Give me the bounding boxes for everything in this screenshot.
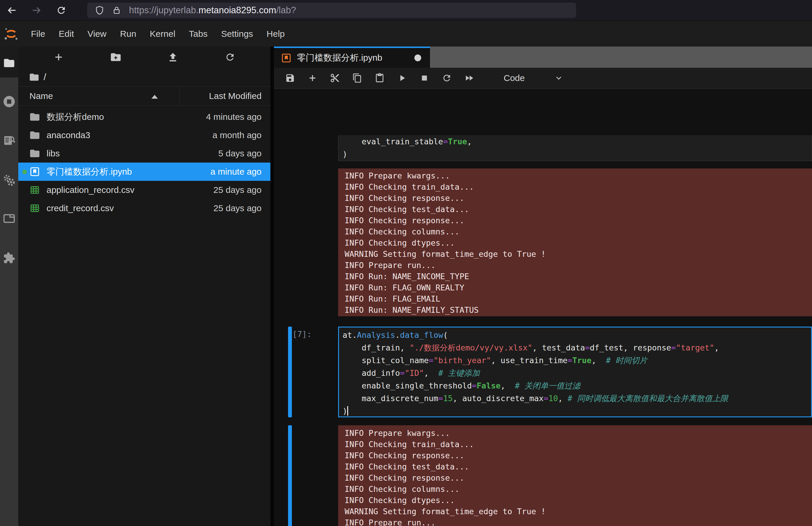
folder-file-icon (29, 130, 41, 141)
cell-type-dropdown[interactable]: Code (504, 73, 563, 83)
output-area-2: INFO Prepare kwargs...INFO Checking trai… (338, 425, 812, 526)
code-line: split_col_name="birth_year", use_train_t… (343, 354, 811, 367)
menu-tabs[interactable]: Tabs (182, 21, 214, 46)
file-row[interactable]: application_record.csv25 days ago (18, 181, 270, 199)
code-line: max_discrete_num=15, auto_discrete_max=1… (343, 392, 811, 405)
output-line: INFO Prepare run... (345, 260, 812, 271)
jupyter-logo-icon (3, 26, 19, 42)
csv-file-icon (29, 203, 41, 214)
output-line: INFO Checking columns... (345, 226, 812, 237)
menu-view[interactable]: View (81, 21, 113, 46)
file-row[interactable]: anaconda3a month ago (18, 126, 270, 144)
menu-items: FileEditViewRunKernelTabsSettingsHelp (24, 21, 292, 46)
code-cell-editor[interactable]: at.Analysis.data_flow( df_train, "./数据分析… (338, 326, 812, 417)
new-launcher-icon[interactable] (50, 48, 68, 66)
output-line: INFO Run: FLAG_OWN_REALTY (345, 282, 812, 293)
run-icon[interactable] (397, 73, 407, 83)
code-line: ) (343, 148, 812, 161)
run-all-icon[interactable] (464, 73, 474, 83)
output-line: INFO Checking response... (345, 215, 812, 226)
column-header-modified[interactable]: Last Modified (209, 91, 262, 101)
output-line: INFO Prepare kwargs... (345, 428, 812, 439)
output-line: INFO Prepare kwargs... (345, 170, 812, 181)
notebook-panel: 零门槛数据分析.ipynb Code (274, 46, 812, 526)
window-icon[interactable] (3, 212, 16, 225)
forward-icon[interactable] (30, 4, 43, 17)
output-line: INFO Run: FLAG_EMAIL (345, 293, 812, 305)
csv-file-icon (29, 185, 41, 195)
menu-settings[interactable]: Settings (214, 21, 260, 46)
refresh-icon[interactable] (221, 48, 239, 66)
breadcrumb-folder-icon[interactable] (29, 72, 40, 83)
output-line: INFO Checking response... (345, 193, 812, 204)
folder-file-icon (29, 111, 41, 122)
restart-kernel-icon[interactable] (442, 73, 452, 83)
output-line: INFO Checking response... (345, 472, 812, 484)
file-modified-time: a minute ago (211, 167, 262, 177)
output-line: INFO Checking dtypes... (345, 495, 812, 506)
shield-icon[interactable] (95, 5, 104, 15)
code-cell-partial[interactable]: eval_train_stable=True,) (338, 135, 812, 161)
column-divider (179, 87, 180, 105)
paste-icon[interactable] (375, 73, 385, 83)
browser-toolbar: https://jupyterlab.metanoia8295.com/lab? (0, 0, 812, 21)
file-name: 零门槛数据分析.ipynb (46, 166, 132, 178)
inspector-icon[interactable] (3, 134, 16, 147)
code-line: add_info="ID", # 主键添加 (343, 367, 811, 379)
output-line: WARNING Setting format_time_edge to True… (345, 249, 812, 260)
file-row[interactable]: 数据分析demo4 minutes ago (18, 108, 270, 126)
file-row[interactable]: 零门槛数据分析.ipynba minute ago (18, 163, 270, 181)
output-line: INFO Checking columns... (345, 484, 812, 495)
folder-icon[interactable] (3, 57, 15, 69)
menu-help[interactable]: Help (260, 21, 292, 46)
output-line: INFO Checking train_data... (345, 181, 812, 193)
lock-icon[interactable] (112, 5, 121, 15)
jupyter-menu-bar: FileEditViewRunKernelTabsSettingsHelp (0, 21, 812, 47)
notebook-toolbar: Code (274, 68, 812, 89)
output-area-1: INFO Prepare kwargs...INFO Checking trai… (338, 169, 812, 316)
menu-run[interactable]: Run (113, 21, 143, 46)
running-kernels-icon[interactable] (2, 95, 16, 108)
file-row[interactable]: credit_record.csv25 days ago (18, 199, 270, 217)
input-collapser[interactable] (288, 326, 292, 417)
breadcrumb: / (18, 68, 270, 86)
folder-file-icon (29, 148, 41, 159)
unsaved-dot-icon[interactable] (415, 55, 421, 61)
puzzle-icon[interactable] (3, 252, 15, 264)
gears-icon[interactable] (3, 174, 16, 187)
panel-divider[interactable] (270, 46, 274, 526)
tab-bar: 零门槛数据分析.ipynb (274, 46, 812, 68)
menu-file[interactable]: File (24, 21, 52, 46)
notebook-tab[interactable]: 零门槛数据分析.ipynb (274, 46, 430, 68)
cut-icon[interactable] (330, 73, 340, 83)
text-cursor (347, 406, 348, 415)
file-row[interactable]: libs5 days ago (18, 144, 270, 163)
breadcrumb-root[interactable]: / (44, 72, 46, 83)
execution-prompt: [7]: (274, 330, 336, 339)
url-text: https://jupyterlab.metanoia8295.com/lab? (129, 5, 296, 16)
upload-icon[interactable] (164, 48, 182, 66)
column-header-name[interactable]: Name (29, 91, 53, 101)
copy-icon[interactable] (352, 73, 362, 83)
menu-edit[interactable]: Edit (52, 21, 81, 46)
cell-type-value: Code (504, 73, 525, 83)
output-line: INFO Checking response... (345, 450, 812, 461)
code-line: df_train, "./数据分析demo/vy/vy.xlsx", test_… (343, 341, 811, 354)
output-collapser[interactable] (288, 425, 292, 526)
save-icon[interactable] (285, 73, 295, 83)
file-browser-toolbar (18, 46, 270, 68)
reload-icon[interactable] (55, 4, 68, 17)
code-cell-7: [7]: at.Analysis.data_flow( df_train, ".… (274, 326, 812, 417)
new-folder-icon[interactable] (107, 48, 125, 66)
output-line: INFO Checking test_data... (345, 461, 812, 472)
output-line: INFO Run: NAME_FAMILY_STATUS (345, 305, 812, 316)
menu-kernel[interactable]: Kernel (143, 21, 182, 46)
stop-icon[interactable] (419, 73, 430, 83)
add-cell-icon[interactable] (307, 73, 318, 83)
output-line: INFO Checking test_data... (345, 204, 812, 215)
open-file-dot-icon (23, 170, 27, 174)
output-line: INFO Run: NAME_INCOME_TYPE (345, 271, 812, 282)
back-icon[interactable] (5, 4, 18, 17)
file-browser-panel: / Name Last Modified 数据分析demo4 minutes a… (18, 46, 270, 526)
url-bar[interactable]: https://jupyterlab.metanoia8295.com/lab? (87, 3, 576, 18)
